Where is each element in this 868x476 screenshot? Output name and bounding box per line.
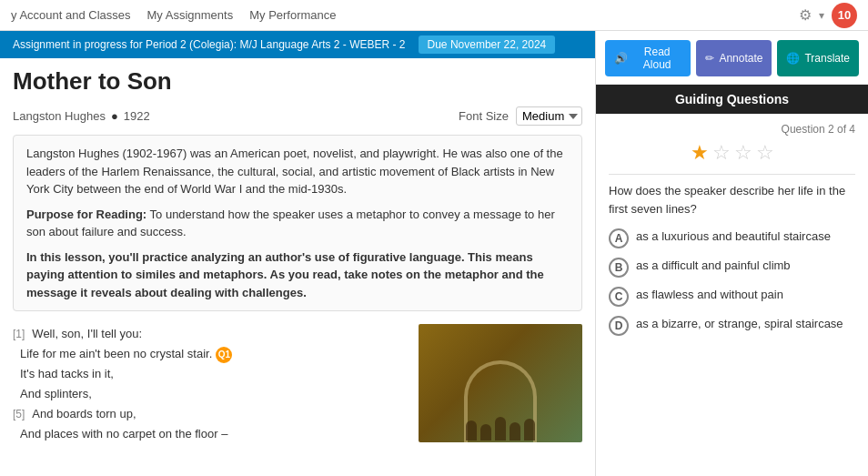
figures-decoration — [466, 417, 535, 441]
poem-title-area: Mother to Son — [0, 58, 595, 103]
poem-line-3-text: It's had tacks in it, — [20, 364, 114, 384]
poem-line-6-text: And places with no carpet on the floor – — [20, 424, 227, 444]
option-a-text: as a luxurious and beautiful staircase — [636, 228, 831, 245]
answer-option-d[interactable]: D as a bizarre, or strange, spiral stair… — [609, 316, 855, 336]
font-size-select[interactable]: Medium Small Large — [516, 106, 582, 126]
poem-area: [1] Well, son, I'll tell you: Life for m… — [0, 317, 595, 452]
pencil-icon: ✏ — [705, 52, 714, 65]
intro-body: Langston Hughes (1902-1967) was an Ameri… — [26, 145, 569, 198]
figure-3 — [495, 417, 506, 441]
main-container: Assignment in progress for Period 2 (Col… — [0, 31, 868, 476]
poem-title: Mother to Son — [13, 67, 582, 96]
nav-performance[interactable]: My Performance — [249, 8, 336, 22]
option-circle-a: A — [609, 228, 629, 248]
figure-5 — [524, 419, 535, 441]
intro-box: Langston Hughes (1902-1967) was an Ameri… — [13, 135, 582, 311]
option-d-text: as a bizarre, or strange, spiral stairca… — [636, 316, 843, 332]
answer-option-c[interactable]: C as flawless and without pain — [609, 287, 855, 307]
option-circle-d: D — [609, 316, 629, 336]
annotate-label: Annotate — [719, 52, 762, 65]
annotation-q1[interactable]: Q1 — [216, 347, 232, 363]
right-toolbar: 🔊 Read Aloud ✏ Annotate 🌐 Translate — [596, 31, 868, 85]
highlight-text: In this lesson, you'll practice analyzin… — [26, 248, 569, 302]
notification-badge[interactable]: 10 — [832, 3, 857, 28]
poem-line-6: And places with no carpet on the floor – — [13, 424, 406, 444]
option-circle-b: B — [609, 258, 629, 278]
read-aloud-button[interactable]: 🔊 Read Aloud — [605, 40, 691, 76]
author-info: Langston Hughes ● 1922 — [13, 109, 150, 123]
nav-right: ⚙ ▾ 10 — [799, 3, 857, 28]
figure-2 — [480, 424, 491, 441]
poem-line-1: Well, son, I'll tell you: — [32, 324, 142, 344]
star-4[interactable]: ☆ — [756, 141, 774, 165]
question-counter: Question 2 of 4 — [609, 123, 855, 136]
poem-line-2-text: Life for me ain't been no crystal stair. — [20, 344, 212, 364]
divider-top — [609, 174, 855, 175]
purpose-label: Purpose for Reading: — [26, 208, 146, 221]
chevron-down-icon[interactable]: ▾ — [819, 9, 824, 22]
read-aloud-label: Read Aloud — [632, 46, 681, 71]
translate-label: Translate — [804, 52, 850, 65]
line-number-5: [5] — [13, 405, 25, 423]
top-nav: y Account and Classes My Assignments My … — [0, 0, 868, 31]
poem-line-stanza1: [1] Well, son, I'll tell you: — [13, 324, 406, 344]
star-1[interactable]: ★ — [691, 141, 709, 165]
assignment-banner-text: Assignment in progress for Period 2 (Col… — [13, 38, 406, 51]
figure-1 — [466, 420, 477, 441]
star-rating: ★ ☆ ☆ ☆ — [609, 141, 855, 165]
left-panel: Assignment in progress for Period 2 (Col… — [0, 31, 595, 476]
translate-icon: 🌐 — [786, 52, 800, 65]
poem-line-3: It's had tacks in it, — [13, 364, 406, 384]
option-b-text: as a difficult and painful climb — [636, 258, 791, 274]
bullet-separator: ● — [111, 109, 118, 123]
guiding-questions-header: Guiding Questions — [596, 85, 868, 114]
font-size-row: Font Size Medium Small Large — [459, 106, 582, 126]
option-circle-c: C — [609, 287, 629, 307]
author-name: Langston Hughes — [13, 109, 106, 123]
settings-icon[interactable]: ⚙ — [799, 6, 812, 24]
answer-option-a[interactable]: A as a luxurious and beautiful staircase — [609, 228, 855, 248]
question-area: Question 2 of 4 ★ ☆ ☆ ☆ How does the spe… — [596, 114, 868, 476]
font-size-label: Font Size — [459, 109, 509, 123]
right-panel: 🔊 Read Aloud ✏ Annotate 🌐 Translate Guid… — [595, 31, 868, 476]
poem-line-stanza2: [5] And boards torn up, — [13, 404, 406, 424]
poem-line-4: And splinters, — [13, 384, 406, 404]
poem-image — [419, 324, 582, 442]
nav-account[interactable]: y Account and Classes — [11, 8, 131, 22]
annotate-button[interactable]: ✏ Annotate — [696, 40, 772, 76]
volume-icon: 🔊 — [614, 52, 628, 65]
poem-line-4-text: And splinters, — [20, 384, 92, 404]
meta-row: Langston Hughes ● 1922 Font Size Medium … — [0, 103, 595, 129]
line-number-1: [1] — [13, 325, 25, 343]
star-3[interactable]: ☆ — [734, 141, 752, 165]
assignment-banner: Assignment in progress for Period 2 (Col… — [0, 31, 595, 58]
translate-button[interactable]: 🌐 Translate — [777, 40, 859, 76]
guiding-questions-label: Guiding Questions — [675, 92, 789, 106]
star-2[interactable]: ☆ — [712, 141, 731, 165]
purpose-row: Purpose for Reading: To understand how t… — [26, 206, 569, 241]
answer-option-b[interactable]: B as a difficult and painful climb — [609, 258, 855, 278]
option-c-text: as flawless and without pain — [636, 287, 783, 303]
due-date: Due November 22, 2024 — [419, 35, 556, 54]
question-text: How does the speaker describe her life i… — [609, 182, 855, 218]
poem-line-2: Life for me ain't been no crystal stair.… — [13, 344, 406, 364]
nav-assignments[interactable]: My Assignments — [147, 8, 234, 22]
figure-4 — [510, 422, 520, 441]
poem-line-5-text: And boards torn up, — [32, 404, 136, 424]
poem-lines: [1] Well, son, I'll tell you: Life for m… — [13, 324, 406, 445]
poem-year: 1922 — [124, 109, 150, 123]
